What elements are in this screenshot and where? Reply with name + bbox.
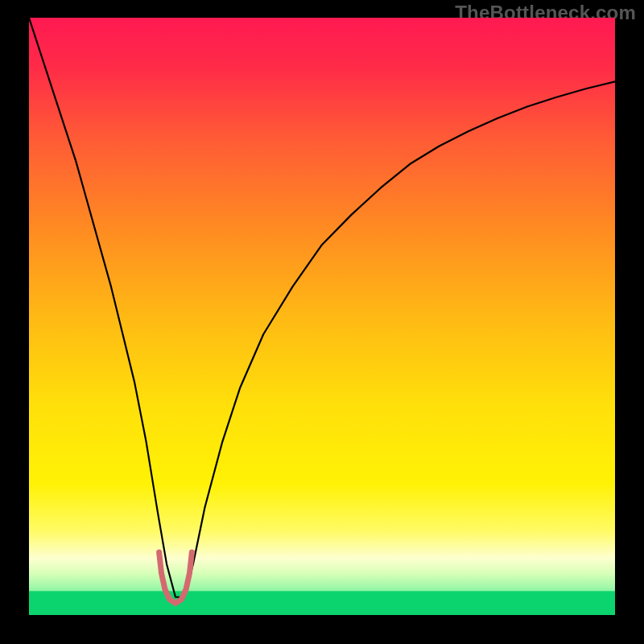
chart-frame: TheBottleneck.com xyxy=(0,0,644,644)
bottleneck-chart xyxy=(29,18,615,615)
green-band xyxy=(29,591,615,615)
